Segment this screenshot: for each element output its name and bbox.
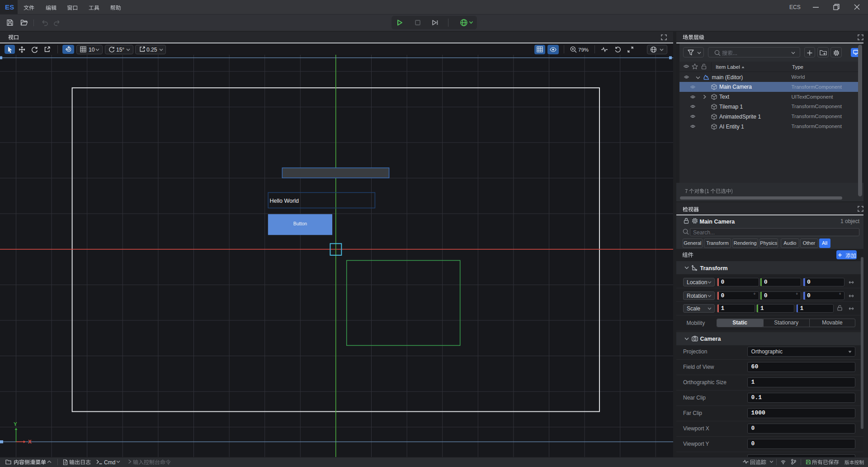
svg-text:X: X (28, 439, 32, 444)
svg-text:Y: Y (14, 421, 17, 427)
svg-text:Hello World: Hello World (270, 198, 299, 204)
svg-text:Button: Button (293, 221, 307, 226)
